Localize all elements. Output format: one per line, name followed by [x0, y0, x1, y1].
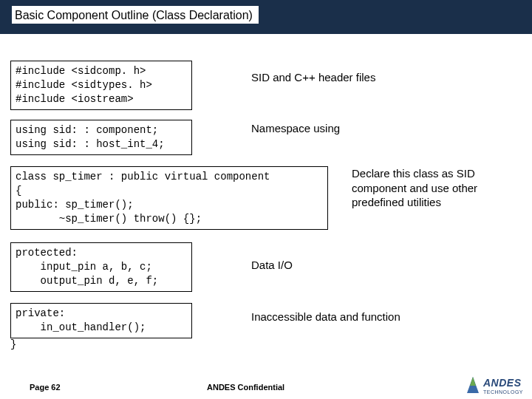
slide-title: Basic Component Outline (Class Declarati…	[15, 9, 253, 21]
code-private: private: in_out_handler();	[10, 303, 192, 338]
logo-icon	[466, 375, 480, 395]
logo-subtext: TECHNOLOGY	[483, 389, 523, 395]
title-bar: Basic Component Outline (Class Declarati…	[0, 0, 532, 34]
andes-logo: ANDES TECHNOLOGY	[466, 375, 523, 395]
code-closebrace: }	[10, 338, 16, 350]
label-usings: Namespace using	[251, 122, 340, 134]
slide-content: #include <sidcomp. h> #include <sidtypes…	[0, 52, 532, 399]
label-classdecl: Declare this class as SID component and …	[352, 166, 507, 210]
label-includes: SID and C++ header files	[251, 71, 375, 83]
code-includes: #include <sidcomp. h> #include <sidtypes…	[10, 61, 192, 110]
code-protected: protected: input_pin a, b, c; output_pin…	[10, 242, 192, 292]
label-protected: Data I/O	[251, 259, 293, 271]
footer-page: Page 62	[30, 383, 61, 392]
code-usings: using sid: : component; using sid: : hos…	[10, 120, 192, 155]
label-private: Inaccessible data and function	[251, 310, 400, 323]
code-classdecl: class sp_timer : public virtual componen…	[10, 166, 328, 230]
logo-text: ANDES	[483, 377, 522, 389]
svg-marker-1	[470, 377, 476, 386]
footer-confidential: ANDES Confidential	[207, 383, 284, 392]
